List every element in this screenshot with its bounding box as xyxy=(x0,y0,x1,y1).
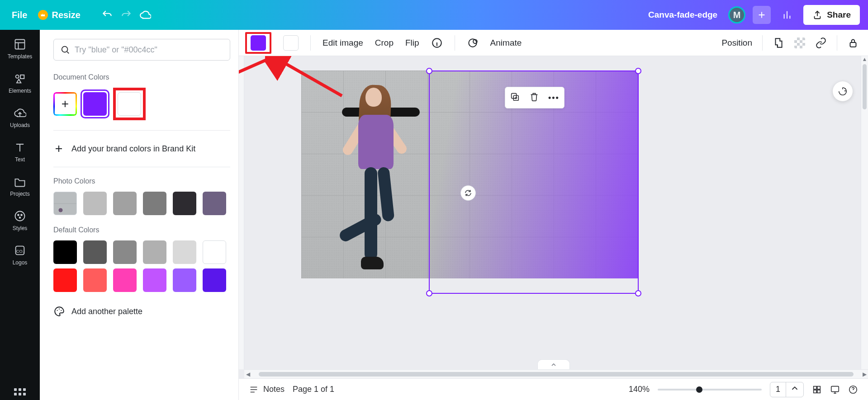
svg-point-3 xyxy=(15,212,25,221)
current-color-chip[interactable] xyxy=(251,35,266,51)
zoom-value[interactable]: 140% xyxy=(629,385,650,394)
default-color-swatch[interactable] xyxy=(83,268,107,292)
cloud-sync-icon[interactable] xyxy=(139,9,151,21)
page-caret-icon[interactable] xyxy=(786,383,803,395)
color-search-input[interactable] xyxy=(75,45,223,55)
resize-handle[interactable] xyxy=(426,68,432,74)
scroll-up-arrow[interactable]: ▲ xyxy=(861,56,868,62)
svg-rect-23 xyxy=(814,390,816,392)
default-color-swatch[interactable] xyxy=(113,240,137,264)
vertical-scrollbar[interactable]: ▲ xyxy=(861,56,868,369)
add-color-swatch[interactable]: + xyxy=(53,92,77,116)
context-toolbar: Edit image Crop Flip Animate Position xyxy=(239,30,868,56)
default-color-swatch[interactable] xyxy=(113,268,137,292)
lock-icon[interactable] xyxy=(847,37,859,49)
default-color-swatch[interactable] xyxy=(203,240,226,264)
help-icon[interactable] xyxy=(848,385,858,395)
default-color-swatch[interactable] xyxy=(143,240,166,264)
position-button[interactable]: Position xyxy=(721,38,752,48)
rail-elements[interactable]: Elements xyxy=(9,72,31,94)
rail-styles[interactable]: Styles xyxy=(13,210,28,231)
resize-button[interactable]: Resize xyxy=(38,10,80,20)
default-color-swatch[interactable] xyxy=(53,268,77,292)
resize-handle[interactable] xyxy=(635,68,641,74)
color-search[interactable] xyxy=(53,39,230,61)
rail-text-label: Text xyxy=(15,156,25,163)
grid-view-icon[interactable] xyxy=(812,385,822,395)
link-icon[interactable] xyxy=(815,37,827,49)
add-palette-label: Add another palette xyxy=(71,307,142,316)
scroll-thumb[interactable] xyxy=(863,64,867,109)
status-bar: Notes Page 1 of 1 140% 1 xyxy=(239,378,868,400)
animate-button[interactable]: Animate xyxy=(490,38,522,48)
add-palette-link[interactable]: Add another palette xyxy=(53,296,230,317)
ruler-vertical xyxy=(239,56,244,369)
separator xyxy=(455,35,455,51)
second-color-chip[interactable] xyxy=(283,35,299,51)
rail-uploads-label: Uploads xyxy=(10,122,30,128)
insights-button[interactable] xyxy=(778,6,796,24)
redo-button[interactable] xyxy=(120,9,132,21)
duplicate-button[interactable] xyxy=(510,92,520,104)
document-color-swatch[interactable] xyxy=(83,92,107,116)
svg-rect-24 xyxy=(817,390,820,392)
default-color-swatch[interactable] xyxy=(53,240,77,264)
avatar[interactable]: M xyxy=(728,6,745,24)
present-icon[interactable] xyxy=(830,385,840,395)
rail-logos[interactable]: CO. Logos xyxy=(13,244,28,266)
photo-color-swatch[interactable] xyxy=(83,192,107,215)
photo-thumb-swatch[interactable] xyxy=(53,192,77,215)
crop-button[interactable]: Crop xyxy=(375,38,394,48)
default-color-swatch[interactable] xyxy=(173,268,196,292)
document-title[interactable]: Canva-fade-edge xyxy=(648,10,717,20)
notes-button[interactable]: Notes xyxy=(249,385,285,395)
default-color-swatch[interactable] xyxy=(143,268,166,292)
zoom-knob[interactable] xyxy=(696,386,702,393)
photo-color-swatch[interactable] xyxy=(173,192,196,215)
rail-projects[interactable]: Projects xyxy=(10,175,29,197)
resize-handle[interactable] xyxy=(635,290,641,296)
page-indicator[interactable]: Page 1 of 1 xyxy=(293,385,334,394)
more-button[interactable]: ••• xyxy=(548,93,560,103)
rail-more[interactable] xyxy=(14,388,26,395)
svg-rect-21 xyxy=(814,386,816,389)
photo-color-swatch[interactable] xyxy=(143,192,166,215)
crown-icon xyxy=(38,10,48,20)
rail-templates[interactable]: Templates xyxy=(8,38,33,60)
scroll-left-arrow[interactable]: ◀ xyxy=(244,371,251,377)
file-menu[interactable]: File xyxy=(8,7,31,23)
edit-image-button[interactable]: Edit image xyxy=(323,38,363,48)
share-button[interactable]: Share xyxy=(803,5,860,25)
default-colors-label: Default Colors xyxy=(53,226,230,234)
default-color-swatch[interactable] xyxy=(83,240,107,264)
add-member-button[interactable] xyxy=(753,6,771,24)
canvas-area[interactable]: ••• ◀ ▶ ▲ xyxy=(239,56,868,378)
svg-line-19 xyxy=(239,56,275,106)
delete-button[interactable] xyxy=(529,92,539,104)
side-rail: Templates Elements Uploads Text Projects… xyxy=(0,30,40,400)
undo-button[interactable] xyxy=(101,9,113,21)
scroll-right-arrow[interactable]: ▶ xyxy=(861,371,868,377)
info-icon[interactable] xyxy=(431,37,443,49)
resize-handle[interactable] xyxy=(426,290,432,296)
zoom-slider[interactable] xyxy=(658,389,762,391)
rail-uploads[interactable]: Uploads xyxy=(10,107,30,128)
resize-label: Resize xyxy=(52,10,80,20)
magic-assist-button[interactable] xyxy=(833,81,853,101)
collapse-pages-tab[interactable] xyxy=(537,359,570,369)
photo-color-swatch[interactable] xyxy=(203,192,226,215)
separator xyxy=(837,35,837,51)
photo-colors-label: Photo Colors xyxy=(53,177,230,185)
rail-text[interactable]: Text xyxy=(14,141,26,163)
horizontal-scrollbar[interactable]: ◀ ▶ xyxy=(244,369,868,378)
transparency-button[interactable] xyxy=(794,38,805,48)
copy-style-icon[interactable] xyxy=(773,37,784,49)
photo-color-swatch[interactable] xyxy=(113,192,137,215)
default-color-swatch[interactable] xyxy=(173,240,196,264)
document-color-swatch[interactable] xyxy=(118,92,141,116)
scroll-thumb[interactable] xyxy=(259,372,854,376)
flip-button[interactable]: Flip xyxy=(405,38,419,48)
default-color-swatch[interactable] xyxy=(203,268,226,292)
page-control[interactable]: 1 xyxy=(770,382,804,397)
brand-kit-link[interactable]: Add your brand colors in Brand Kit xyxy=(53,141,230,157)
